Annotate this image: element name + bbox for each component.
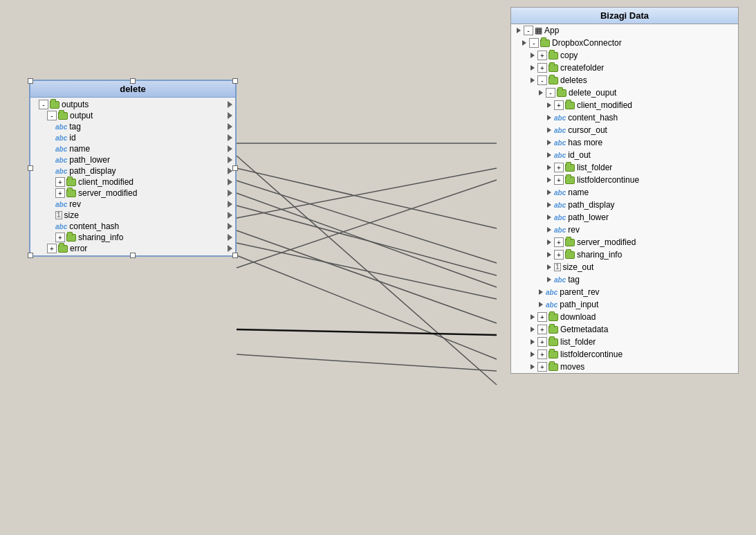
tree-label: name — [69, 144, 90, 154]
arrow-trigger-icon — [547, 264, 551, 270]
bizagi-row[interactable]: + sharing_info — [511, 248, 738, 261]
tree-row[interactable]: + client_modified — [30, 176, 235, 188]
bizagi-row[interactable]: + moves — [511, 361, 738, 373]
tree-row[interactable]: 1 size — [30, 210, 235, 221]
arrow-trigger-icon — [547, 177, 551, 183]
expand-icon[interactable]: - — [524, 26, 533, 35]
bizagi-row[interactable]: - ▦ App — [511, 24, 738, 37]
tree-row[interactable]: + sharing_info — [30, 232, 235, 243]
tree-label: tag — [568, 275, 580, 284]
expand-icon[interactable]: + — [537, 325, 547, 334]
bizagi-row[interactable]: + listfoldercontinue — [511, 348, 738, 361]
tree-label: rev — [568, 225, 580, 235]
abc-icon: abc — [546, 301, 557, 309]
expand-icon[interactable]: + — [554, 175, 564, 185]
arrow-right-icon — [228, 112, 232, 119]
bizagi-row[interactable]: + list_folder — [511, 161, 738, 174]
tree-row[interactable]: - outputs — [30, 99, 235, 110]
bizagi-row[interactable]: abc tag — [511, 273, 738, 286]
folder-icon — [565, 102, 575, 109]
bizagi-row[interactable]: abc path_lower — [511, 211, 738, 224]
expand-icon[interactable]: + — [537, 350, 547, 359]
tree-row[interactable]: abc id — [30, 132, 235, 143]
handle-tr[interactable] — [232, 78, 238, 84]
expand-icon[interactable]: + — [537, 63, 547, 73]
arrow-right-icon — [228, 223, 232, 230]
arrow-right-icon — [228, 201, 232, 208]
bizagi-panel: Bizagi Data - ▦ App - DropboxConnector +… — [510, 7, 739, 374]
bizagi-row[interactable]: + server_modified — [511, 236, 738, 248]
tree-row[interactable]: abc tag — [30, 121, 235, 132]
bizagi-row[interactable]: + listfoldercontinue — [511, 174, 738, 186]
bizagi-row[interactable]: abc rev — [511, 224, 738, 236]
bizagi-row[interactable]: + createfolder — [511, 62, 738, 74]
expand-icon[interactable]: + — [55, 177, 65, 187]
tree-label: error — [70, 244, 87, 253]
bizagi-row[interactable]: abc name — [511, 186, 738, 199]
tree-label: size_out — [563, 262, 594, 272]
expand-icon[interactable]: + — [537, 51, 547, 60]
bizagi-row[interactable]: 1 size_out — [511, 261, 738, 273]
svg-line-2 — [237, 168, 497, 228]
handle-tm[interactable] — [130, 78, 136, 84]
tree-row[interactable]: + server_modified — [30, 188, 235, 199]
bizagi-row[interactable]: + list_folder — [511, 336, 738, 348]
expand-icon[interactable]: + — [554, 237, 564, 247]
expand-icon[interactable]: + — [55, 233, 65, 242]
folder-icon — [66, 190, 76, 197]
bizagi-row[interactable]: abc cursor_out — [511, 124, 738, 136]
folder-icon — [548, 363, 558, 371]
tree-label: App — [544, 26, 559, 35]
abc-icon: abc — [546, 289, 557, 296]
bizagi-row[interactable]: abc path_display — [511, 199, 738, 211]
expand-icon[interactable]: + — [537, 337, 547, 347]
handle-tl[interactable] — [28, 78, 33, 84]
num-icon: 1 — [55, 211, 62, 219]
expand-icon[interactable]: + — [47, 244, 57, 253]
tree-row[interactable]: - output — [30, 110, 235, 121]
tree-label: server_modified — [577, 237, 636, 247]
expand-icon[interactable]: - — [39, 100, 48, 109]
expand-icon[interactable]: + — [554, 250, 564, 260]
tree-row[interactable]: abc path_lower — [30, 154, 235, 165]
expand-icon[interactable]: - — [47, 111, 57, 120]
bizagi-row[interactable]: - deletes — [511, 74, 738, 87]
arrow-right-icon — [228, 145, 232, 152]
abc-icon: abc — [55, 201, 67, 208]
bizagi-row[interactable]: abc parent_rev — [511, 286, 738, 298]
bizagi-row[interactable]: abc path_input — [511, 298, 738, 311]
tree-row[interactable]: abc path_display — [30, 165, 235, 176]
expand-icon[interactable]: - — [546, 88, 555, 98]
arrow-right-icon — [228, 101, 232, 108]
expand-icon[interactable]: - — [537, 75, 547, 85]
expand-icon[interactable]: - — [529, 38, 539, 48]
arrow-trigger-icon — [547, 227, 551, 233]
bizagi-row[interactable]: abc content_hash — [511, 111, 738, 124]
tree-row[interactable]: + error — [30, 243, 235, 254]
arrow-trigger-icon — [522, 40, 526, 46]
expand-icon[interactable]: + — [554, 163, 564, 172]
bizagi-row[interactable]: + Getmetadata — [511, 323, 738, 336]
svg-line-8 — [237, 243, 497, 299]
folder-icon — [548, 64, 558, 72]
bizagi-row[interactable]: abc has more — [511, 136, 738, 149]
expand-icon[interactable]: + — [55, 188, 65, 198]
tree-label: id — [69, 133, 75, 143]
arrow-trigger-icon — [547, 215, 551, 220]
tree-row[interactable]: abc name — [30, 143, 235, 154]
bizagi-row[interactable]: - delete_ouput — [511, 87, 738, 99]
tree-label: moves — [560, 362, 584, 372]
folder-icon — [548, 351, 558, 359]
abc-icon: abc — [55, 134, 67, 142]
bizagi-row[interactable]: abc id_out — [511, 149, 738, 161]
bizagi-row[interactable]: + copy — [511, 49, 738, 62]
tree-row[interactable]: abc rev — [30, 199, 235, 210]
expand-icon[interactable]: + — [554, 100, 564, 110]
bizagi-row[interactable]: + download — [511, 311, 738, 323]
bizagi-row[interactable]: - DropboxConnector — [511, 37, 738, 49]
tree-row[interactable]: abc content_hash — [30, 221, 235, 232]
bizagi-row[interactable]: + client_modified — [511, 99, 738, 111]
svg-line-4 — [237, 193, 497, 287]
expand-icon[interactable]: + — [537, 312, 547, 322]
expand-icon[interactable]: + — [537, 362, 547, 372]
